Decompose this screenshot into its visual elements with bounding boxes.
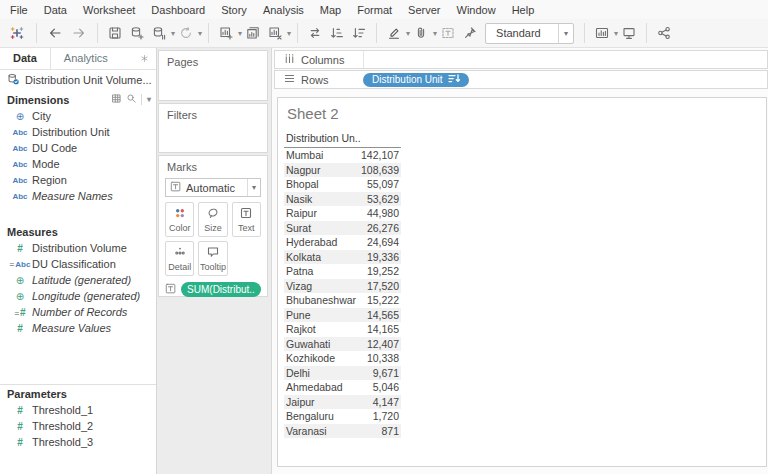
pane-menu-icon[interactable] — [140, 48, 156, 69]
table-row[interactable]: Kolkata19,336 — [284, 250, 401, 265]
value-cell[interactable]: 44,980 — [367, 207, 399, 219]
menu-server[interactable]: Server — [400, 2, 448, 18]
dimension-cell[interactable]: Vizag — [286, 280, 312, 292]
dimension-cell[interactable]: Kozhikode — [286, 352, 335, 364]
table-row[interactable]: Varanasi871 — [284, 424, 401, 439]
sort-ascending-button[interactable] — [326, 23, 348, 43]
dimension-cell[interactable]: Bengaluru — [286, 410, 334, 422]
format-links-button[interactable] — [410, 23, 432, 43]
dimension-cell[interactable]: Pune — [286, 309, 311, 321]
menu-window[interactable]: Window — [449, 2, 504, 18]
value-cell[interactable]: 53,629 — [367, 193, 399, 205]
value-cell[interactable]: 871 — [381, 425, 399, 437]
value-cell[interactable]: 10,338 — [367, 352, 399, 364]
field-distribution-volume[interactable]: #Distribution Volume — [0, 240, 156, 256]
menu-format[interactable]: Format — [349, 2, 400, 18]
dimension-cell[interactable]: Guwahati — [286, 338, 330, 350]
dimension-cell[interactable]: Surat — [286, 222, 311, 234]
presentation-mode-button[interactable] — [618, 23, 640, 43]
dimension-cell[interactable]: Nagpur — [286, 164, 320, 176]
dimension-pill[interactable]: Distribution Unit — [363, 73, 469, 87]
field-measure-names[interactable]: AbcMeasure Names — [0, 188, 156, 204]
field-threshold-1[interactable]: #Threshold_1 — [0, 402, 156, 418]
dimension-cell[interactable]: Ahmedabad — [286, 381, 343, 393]
menu-map[interactable]: Map — [312, 2, 349, 18]
sort-descending-icon[interactable] — [448, 74, 460, 86]
table-row[interactable]: Bhopal55,097 — [284, 177, 401, 192]
dimension-cell[interactable]: Patna — [286, 265, 313, 277]
value-cell[interactable]: 17,520 — [367, 280, 399, 292]
value-cell[interactable]: 24,694 — [367, 236, 399, 248]
filters-shelf[interactable]: Filters — [158, 103, 268, 153]
tab-analytics[interactable]: Analytics — [50, 48, 121, 69]
tab-data[interactable]: Data — [0, 48, 50, 69]
text-button[interactable]: Text — [232, 202, 261, 237]
chevron-down-icon[interactable]: ▾ — [198, 29, 202, 38]
duplicate-sheet-button[interactable] — [242, 23, 264, 43]
save-button[interactable] — [104, 23, 126, 43]
field-threshold-2[interactable]: #Threshold_2 — [0, 418, 156, 434]
dimension-cell[interactable]: Jaipur — [286, 396, 315, 408]
field-region[interactable]: AbcRegion — [0, 172, 156, 188]
chevron-down-icon[interactable]: ▾ — [247, 179, 260, 196]
pages-shelf[interactable]: Pages — [158, 50, 268, 101]
dimension-cell[interactable]: Bhubaneshwar — [286, 294, 356, 306]
field-du-code[interactable]: AbcDU Code — [0, 140, 156, 156]
show-me-button[interactable] — [591, 23, 613, 43]
field-longitude-generated[interactable]: ⊕Longitude (generated) — [0, 288, 156, 304]
value-cell[interactable]: 19,336 — [367, 251, 399, 263]
color-button[interactable]: Color — [165, 202, 194, 237]
dimension-cell[interactable]: Nasik — [286, 193, 312, 205]
value-cell[interactable]: 14,165 — [367, 323, 399, 335]
table-row[interactable]: Raipur44,980 — [284, 206, 401, 221]
menu-story[interactable]: Story — [213, 2, 255, 18]
view-as-grid-icon[interactable] — [111, 93, 122, 106]
rows-shelf[interactable]: Rows Distribution Unit — [274, 70, 768, 89]
dimension-cell[interactable]: Delhi — [286, 367, 310, 379]
new-worksheet-button[interactable] — [215, 23, 237, 43]
value-cell[interactable]: 4,147 — [373, 396, 399, 408]
menu-worksheet[interactable]: Worksheet — [75, 2, 143, 18]
table-row[interactable]: Bhubaneshwar15,222 — [284, 293, 401, 308]
search-icon[interactable] — [126, 93, 137, 106]
size-button[interactable]: Size — [198, 202, 227, 237]
table-row[interactable]: Guwahati12,407 — [284, 337, 401, 352]
dimension-cell[interactable]: Kolkata — [286, 251, 321, 263]
table-row[interactable]: Nasik53,629 — [284, 192, 401, 207]
tableau-logo-icon[interactable] — [4, 21, 30, 45]
value-cell[interactable]: 9,671 — [373, 367, 399, 379]
show-mark-labels-button[interactable] — [437, 23, 459, 43]
redo-button[interactable] — [67, 23, 91, 43]
menu-analysis[interactable]: Analysis — [255, 2, 312, 18]
table-row[interactable]: Mumbai142,107 — [284, 148, 401, 163]
run-update-button[interactable] — [175, 23, 197, 43]
table-row[interactable]: Hyderabad24,694 — [284, 235, 401, 250]
menu-dashboard[interactable]: Dashboard — [143, 2, 213, 18]
value-cell[interactable]: 15,222 — [367, 294, 399, 306]
fit-selector[interactable]: Standard▾ — [485, 23, 574, 44]
table-column-header[interactable]: Distribution Un.. — [284, 132, 401, 148]
table-row[interactable]: Surat26,276 — [284, 221, 401, 236]
chevron-down-icon[interactable]: ▾ — [147, 95, 151, 104]
field-threshold-3[interactable]: #Threshold_3 — [0, 434, 156, 450]
value-cell[interactable]: 108,639 — [361, 164, 399, 176]
swap-rows-columns-button[interactable] — [304, 23, 326, 43]
chevron-down-icon[interactable]: ▾ — [287, 29, 291, 38]
field-number-of-records[interactable]: =#Number of Records — [0, 304, 156, 320]
value-cell[interactable]: 55,097 — [367, 178, 399, 190]
menu-help[interactable]: Help — [504, 2, 543, 18]
table-row[interactable]: Jaipur4,147 — [284, 395, 401, 410]
dimension-cell[interactable]: Rajkot — [286, 323, 316, 335]
dimension-cell[interactable]: Raipur — [286, 207, 317, 219]
table-row[interactable]: Vizag17,520 — [284, 279, 401, 294]
fix-axes-button[interactable] — [459, 23, 481, 43]
value-cell[interactable]: 19,252 — [367, 265, 399, 277]
menu-data[interactable]: Data — [36, 2, 75, 18]
field-du-classification[interactable]: =AbcDU Classification — [0, 256, 156, 272]
tooltip-button[interactable]: Tooltip — [198, 241, 227, 276]
table-row[interactable]: Patna19,252 — [284, 264, 401, 279]
dimension-cell[interactable]: Varanasi — [286, 425, 327, 437]
undo-button[interactable] — [43, 23, 67, 43]
field-mode[interactable]: AbcMode — [0, 156, 156, 172]
value-cell[interactable]: 14,565 — [367, 309, 399, 321]
